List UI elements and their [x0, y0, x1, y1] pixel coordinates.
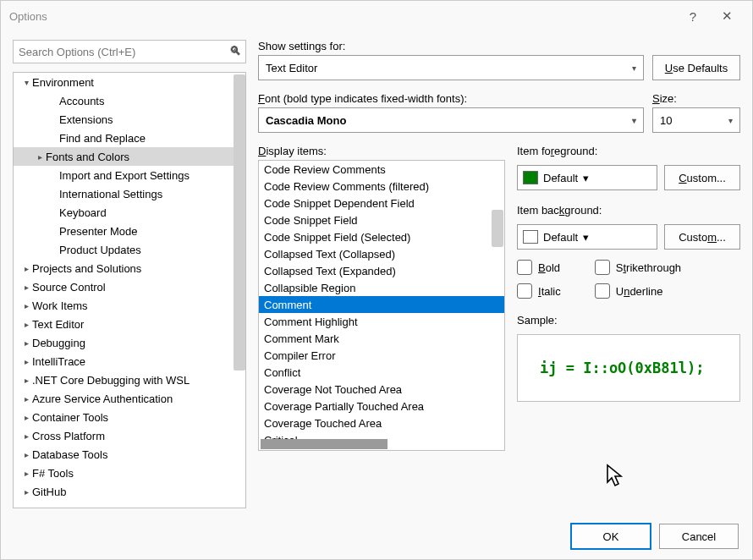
- tree-arrow-icon: ▸: [47, 245, 59, 255]
- tree-node-label: Keyboard: [59, 206, 107, 219]
- tree-arrow-icon: ▸: [20, 376, 32, 385]
- display-item[interactable]: Code Snippet Field (Selected): [259, 228, 504, 245]
- display-item[interactable]: Coverage Partially Touched Area: [259, 398, 504, 415]
- background-select[interactable]: Default ▾: [517, 224, 657, 250]
- tree-node[interactable]: ▸Product Updates: [14, 240, 245, 259]
- tree-node-label: Container Tools: [32, 411, 108, 424]
- tree-node[interactable]: ▸Source Control: [14, 277, 245, 296]
- tree-node[interactable]: ▸Extensions: [14, 110, 245, 129]
- tree-node[interactable]: ▸Database Tools: [14, 445, 245, 464]
- underline-checkbox[interactable]: Underline: [595, 283, 681, 299]
- tree-node[interactable]: ▸Azure Service Authentication: [14, 389, 245, 408]
- foreground-select[interactable]: Default ▾: [517, 165, 657, 190]
- display-item[interactable]: Collapsible Region: [259, 279, 504, 296]
- display-item[interactable]: Code Review Comments (filtered): [259, 178, 504, 195]
- display-item[interactable]: Coverage Touched Area: [259, 415, 504, 431]
- ok-button[interactable]: OK: [571, 524, 651, 549]
- content-area: 🔍︎ ▾Environment▸Accounts▸Extensions▸Find…: [1, 31, 752, 513]
- display-item[interactable]: Coverage Not Touched Area: [259, 381, 504, 398]
- tree-node[interactable]: ▸Debugging: [14, 333, 245, 352]
- window-title: Options: [9, 10, 676, 23]
- tree-node[interactable]: ▸Container Tools: [14, 408, 245, 426]
- tree-node[interactable]: ▸Text Editor: [14, 315, 245, 333]
- close-button[interactable]: ✕: [710, 8, 744, 24]
- tree-arrow-icon: ▸: [47, 115, 59, 124]
- show-settings-select[interactable]: Text Editor ▾: [258, 55, 644, 80]
- display-item[interactable]: Compiler Error: [259, 347, 504, 364]
- tree-node[interactable]: ▸Work Items: [14, 296, 245, 315]
- font-select[interactable]: Cascadia Mono ▾: [258, 107, 644, 133]
- tree-arrow-icon: ▸: [20, 413, 32, 422]
- display-items-list[interactable]: Code Review CommentsCode Review Comments…: [258, 160, 505, 451]
- tree-node[interactable]: ▸Fonts and Colors: [14, 147, 245, 166]
- strikethrough-checkbox[interactable]: Strikethrough: [595, 260, 681, 275]
- size-value: 10: [660, 114, 672, 127]
- tree-arrow-icon: ▸: [20, 394, 32, 404]
- background-swatch: [523, 230, 538, 244]
- tree-arrow-icon: ▸: [20, 469, 32, 478]
- show-settings-value: Text Editor: [266, 62, 317, 74]
- tree-arrow-icon: ▸: [47, 96, 59, 106]
- chevron-down-icon: ▾: [632, 63, 636, 73]
- display-item[interactable]: Code Snippet Field: [259, 211, 504, 228]
- display-item[interactable]: Collapsed Text (Expanded): [259, 262, 504, 279]
- tree-node[interactable]: ▸Accounts: [14, 91, 245, 110]
- chevron-down-icon: ▾: [632, 116, 636, 125]
- tree-arrow-icon: ▸: [34, 152, 46, 162]
- tree-node-label: Cross Platform: [32, 430, 105, 442]
- tree-node[interactable]: ▸F# Tools: [14, 464, 245, 482]
- font-value: Cascadia Mono: [266, 114, 346, 127]
- tree-node[interactable]: ▸Presenter Mode: [14, 222, 245, 240]
- tree-node-label: Source Control: [32, 281, 106, 294]
- dialog-footer: OK Cancel: [1, 513, 752, 559]
- size-label: Size:: [652, 92, 740, 105]
- tree-arrow-icon: ▾: [20, 78, 32, 87]
- tree-scrollbar[interactable]: [234, 74, 245, 371]
- display-item[interactable]: Code Snippet Dependent Field: [259, 195, 504, 211]
- tree-node[interactable]: ▸Keyboard: [14, 203, 245, 222]
- display-hscroll[interactable]: [259, 436, 491, 450]
- tree-node-label: Extensions: [59, 113, 113, 126]
- display-item[interactable]: Code Review Comments: [259, 161, 504, 178]
- display-item[interactable]: Conflict: [259, 364, 504, 381]
- background-custom-button[interactable]: Custom...: [664, 224, 740, 250]
- tree-node-label: IntelliTrace: [32, 355, 85, 368]
- tree-node[interactable]: ▸Cross Platform: [14, 426, 245, 445]
- bold-checkbox[interactable]: Bold: [517, 260, 561, 275]
- foreground-custom-button[interactable]: Custom...: [664, 165, 740, 190]
- tree-node[interactable]: ▸.NET Core Debugging with WSL: [14, 371, 245, 389]
- help-button[interactable]: ?: [676, 9, 710, 24]
- tree-node-label: Product Updates: [59, 244, 141, 256]
- foreground-swatch: [523, 171, 538, 184]
- tree-node[interactable]: ▾Environment: [14, 73, 245, 91]
- display-vscroll[interactable]: [491, 161, 504, 450]
- item-foreground-label: Item foreground:: [517, 145, 740, 157]
- display-item[interactable]: Comment Highlight: [259, 313, 504, 330]
- options-tree[interactable]: ▾Environment▸Accounts▸Extensions▸Find an…: [13, 72, 246, 508]
- chevron-down-icon: ▾: [583, 172, 589, 184]
- size-select[interactable]: 10 ▾: [652, 107, 740, 133]
- italic-checkbox[interactable]: Italic: [517, 283, 561, 299]
- tree-node-label: Fonts and Colors: [46, 151, 129, 163]
- tree-arrow-icon: ▸: [20, 264, 32, 273]
- chevron-down-icon: ▾: [583, 231, 589, 244]
- tree-node-label: Text Editor: [32, 318, 84, 331]
- display-item[interactable]: Collapsed Text (Collapsed): [259, 245, 504, 262]
- tree-node[interactable]: ▸International Settings: [14, 184, 245, 203]
- tree-arrow-icon: ▸: [47, 227, 59, 236]
- display-item[interactable]: Comment: [259, 296, 504, 313]
- display-item[interactable]: Comment Mark: [259, 330, 504, 347]
- tree-node-label: Environment: [32, 76, 94, 89]
- chevron-down-icon: ▾: [728, 116, 733, 125]
- tree-node[interactable]: ▸Projects and Solutions: [14, 259, 245, 277]
- tree-node[interactable]: ▸Import and Export Settings: [14, 166, 245, 184]
- tree-node-label: Work Items: [32, 299, 88, 312]
- search-input[interactable]: [13, 40, 246, 63]
- tree-node[interactable]: ▸IntelliTrace: [14, 352, 245, 371]
- tree-node[interactable]: ▸GitHub: [14, 482, 245, 501]
- options-window: Options ? ✕ 🔍︎ ▾Environment▸Accounts▸Ext…: [0, 0, 753, 560]
- titlebar: Options ? ✕: [1, 1, 752, 31]
- use-defaults-button[interactable]: Use Defaults: [652, 55, 740, 80]
- tree-node[interactable]: ▸Find and Replace: [14, 129, 245, 147]
- cancel-button[interactable]: Cancel: [659, 524, 739, 549]
